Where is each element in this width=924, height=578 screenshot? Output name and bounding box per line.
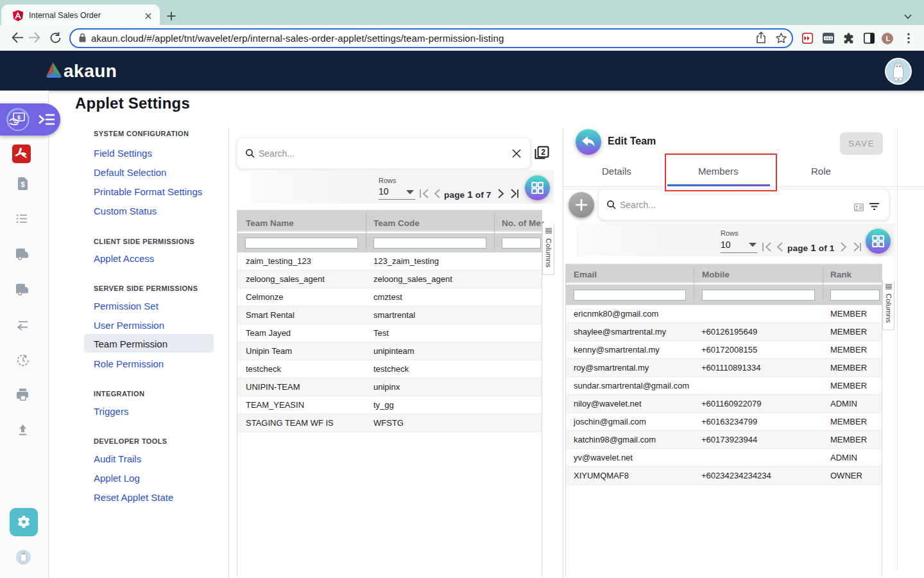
svg-text:$: $ [17, 114, 21, 121]
svg-text:2: 2 [541, 148, 545, 157]
svg-text:$: $ [21, 180, 24, 188]
